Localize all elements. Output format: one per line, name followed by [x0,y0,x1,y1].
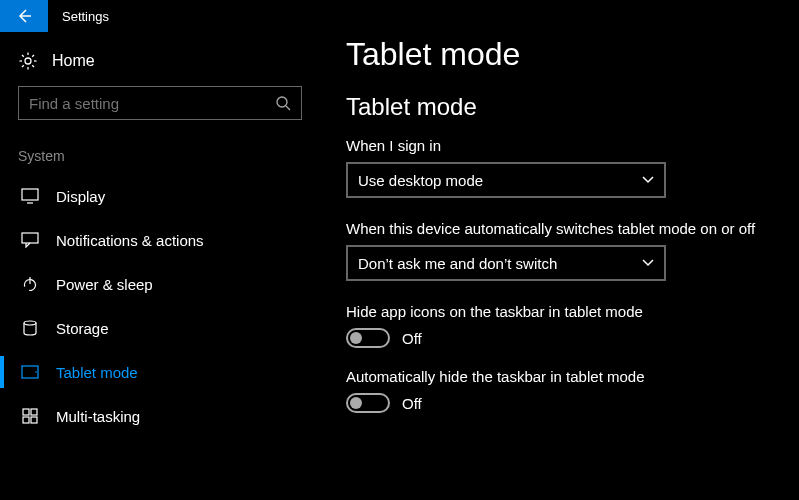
sidebar-item-multitasking[interactable]: Multi-tasking [18,394,302,438]
dropdown-value: Use desktop mode [358,172,483,189]
nav-label: Power & sleep [56,276,153,293]
svg-line-8 [22,65,24,67]
search-icon [275,95,291,111]
multitasking-icon [20,408,40,424]
chevron-down-icon [642,176,654,184]
sidebar-item-display[interactable]: Display [18,174,302,218]
svg-point-17 [24,321,36,325]
svg-line-9 [32,55,34,57]
dropdown-value: Don’t ask me and don’t switch [358,255,557,272]
section-title: Tablet mode [346,93,779,121]
svg-line-6 [22,55,24,57]
tablet-icon [20,365,40,379]
search-input[interactable] [29,95,275,112]
hide-taskbar-state: Off [402,395,422,412]
sidebar-item-storage[interactable]: Storage [18,306,302,350]
sign-in-label: When I sign in [346,137,779,154]
sidebar-item-tablet-mode[interactable]: Tablet mode [18,350,302,394]
auto-switch-dropdown[interactable]: Don’t ask me and don’t switch [346,245,666,281]
svg-line-11 [286,106,290,110]
auto-switch-label: When this device automatically switches … [346,220,779,237]
hide-icons-state: Off [402,330,422,347]
app-title: Settings [48,9,109,24]
svg-rect-22 [23,417,29,423]
home-label: Home [52,52,95,70]
sidebar: Home System Display Notifications & acti… [0,32,320,500]
nav-label: Notifications & actions [56,232,204,249]
svg-rect-23 [31,417,37,423]
nav-label: Multi-tasking [56,408,140,425]
nav-label: Storage [56,320,109,337]
main-content: Tablet mode Tablet mode When I sign in U… [320,32,799,500]
power-icon [20,276,40,292]
titlebar: Settings [0,0,799,32]
svg-line-7 [32,65,34,67]
svg-rect-20 [23,409,29,415]
hide-icons-label: Hide app icons on the taskbar in tablet … [346,303,779,320]
storage-icon [20,320,40,336]
sign-in-dropdown[interactable]: Use desktop mode [346,162,666,198]
back-button[interactable] [0,0,48,32]
chevron-down-icon [642,259,654,267]
nav-label: Tablet mode [56,364,138,381]
back-arrow-icon [15,7,33,25]
notifications-icon [20,232,40,248]
page-title: Tablet mode [346,36,779,73]
svg-point-10 [277,97,287,107]
svg-rect-12 [22,189,38,200]
sidebar-item-notifications[interactable]: Notifications & actions [18,218,302,262]
home-button[interactable]: Home [18,46,302,86]
svg-rect-14 [22,233,38,243]
display-icon [20,188,40,204]
svg-rect-21 [31,409,37,415]
gear-icon [18,52,38,70]
hide-taskbar-label: Automatically hide the taskbar in tablet… [346,368,779,385]
search-box[interactable] [18,86,302,120]
svg-point-1 [25,58,31,64]
sidebar-item-power[interactable]: Power & sleep [18,262,302,306]
hide-icons-toggle[interactable] [346,328,390,348]
nav-label: Display [56,188,105,205]
hide-taskbar-toggle[interactable] [346,393,390,413]
svg-point-19 [35,371,37,373]
sidebar-group-label: System [18,148,302,164]
